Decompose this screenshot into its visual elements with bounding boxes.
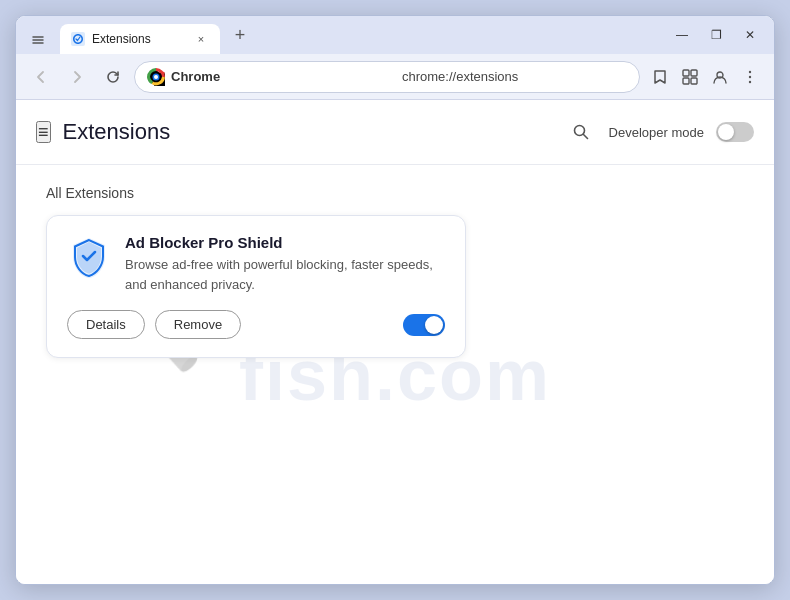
tab-list-button[interactable] bbox=[24, 26, 52, 54]
extension-enable-toggle[interactable] bbox=[403, 314, 445, 336]
svg-point-11 bbox=[749, 80, 751, 82]
tab-favicon bbox=[70, 31, 86, 47]
profile-button[interactable] bbox=[706, 63, 734, 91]
tab-left-controls bbox=[24, 26, 52, 54]
section-title: All Extensions bbox=[46, 185, 744, 201]
chrome-logo-icon bbox=[147, 68, 165, 86]
address-bar: Chrome chrome://extensions bbox=[16, 54, 774, 100]
svg-point-3 bbox=[154, 75, 158, 79]
window-controls: — ❐ ✕ bbox=[666, 21, 766, 49]
menu-button[interactable] bbox=[736, 63, 764, 91]
title-bar: Extensions × + — ❐ ✕ bbox=[16, 16, 774, 54]
browser-window: Extensions × + — ❐ ✕ bbox=[15, 15, 775, 585]
url-display: chrome://extensions bbox=[402, 69, 627, 84]
remove-button[interactable]: Remove bbox=[155, 310, 241, 339]
details-button[interactable]: Details bbox=[67, 310, 145, 339]
extension-card: Ad Blocker Pro Shield Browse ad-free wit… bbox=[46, 215, 466, 358]
extension-description: Browse ad-free with powerful blocking, f… bbox=[125, 255, 445, 294]
svg-point-10 bbox=[749, 75, 751, 77]
active-tab[interactable]: Extensions × bbox=[60, 24, 220, 54]
tab-close-button[interactable]: × bbox=[192, 30, 210, 48]
url-bar[interactable]: Chrome chrome://extensions bbox=[134, 61, 640, 93]
extensions-header: ≡ Extensions Developer mode bbox=[16, 100, 774, 165]
hamburger-menu-button[interactable]: ≡ bbox=[36, 121, 51, 143]
tab-strip: Extensions × + bbox=[24, 16, 652, 54]
page-title: Extensions bbox=[63, 119, 171, 145]
extension-card-bottom: Details Remove bbox=[67, 310, 445, 339]
search-button[interactable] bbox=[565, 116, 597, 148]
extension-info: Ad Blocker Pro Shield Browse ad-free wit… bbox=[125, 234, 445, 294]
extension-name: Ad Blocker Pro Shield bbox=[125, 234, 445, 251]
page-content: ≡ Extensions Developer mode 🔍 fish.com A… bbox=[16, 100, 774, 584]
svg-rect-5 bbox=[691, 70, 697, 76]
forward-button[interactable] bbox=[62, 62, 92, 92]
extensions-header-left: ≡ Extensions bbox=[36, 119, 170, 145]
back-button[interactable] bbox=[26, 62, 56, 92]
extensions-header-right: Developer mode bbox=[565, 116, 754, 148]
extensions-button[interactable] bbox=[676, 63, 704, 91]
developer-mode-toggle[interactable] bbox=[716, 122, 754, 142]
new-tab-button[interactable]: + bbox=[226, 21, 254, 49]
developer-mode-label: Developer mode bbox=[609, 125, 704, 140]
maximize-button[interactable]: ❐ bbox=[700, 21, 732, 49]
extension-icon bbox=[67, 234, 111, 278]
svg-rect-6 bbox=[683, 78, 689, 84]
chrome-brand-label: Chrome bbox=[171, 69, 396, 84]
toolbar-right bbox=[646, 63, 764, 91]
svg-rect-7 bbox=[691, 78, 697, 84]
refresh-button[interactable] bbox=[98, 62, 128, 92]
close-button[interactable]: ✕ bbox=[734, 21, 766, 49]
extension-card-top: Ad Blocker Pro Shield Browse ad-free wit… bbox=[67, 234, 445, 294]
tab-title: Extensions bbox=[92, 32, 186, 46]
minimize-button[interactable]: — bbox=[666, 21, 698, 49]
svg-point-9 bbox=[749, 70, 751, 72]
extensions-content: 🔍 fish.com All Extensions bbox=[16, 165, 774, 584]
bookmark-button[interactable] bbox=[646, 63, 674, 91]
svg-rect-4 bbox=[683, 70, 689, 76]
